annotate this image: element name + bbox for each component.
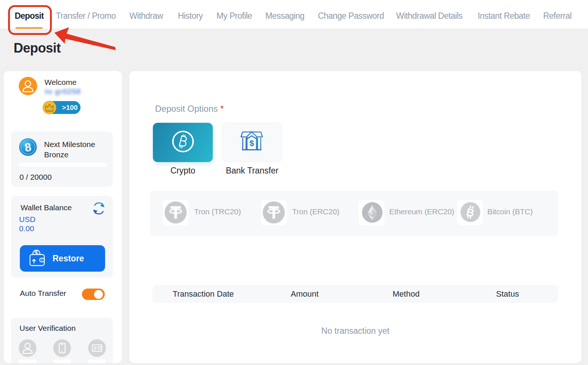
svg-text:$: $ — [250, 139, 254, 148]
